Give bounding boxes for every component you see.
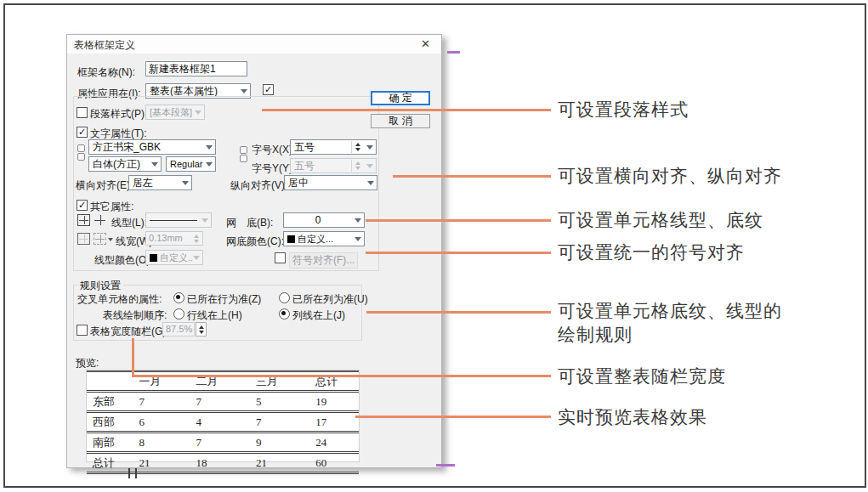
annotation-symbol-align: 可设置统一的符号对齐 xyxy=(558,240,745,264)
font-face-select[interactable]: 白体(方正) xyxy=(88,156,162,172)
shading-color-select[interactable]: 自定义... xyxy=(283,231,365,246)
link-sizes-icon[interactable] xyxy=(240,146,247,163)
chevron-down-icon xyxy=(351,232,364,246)
annotation-draw-rules: 可设置单元格底纹、线型的 绘制规则 xyxy=(558,299,782,347)
purple-frame-mark-top xyxy=(447,51,460,54)
cross-cell-col-label: 已所在列为准(U) xyxy=(292,292,368,307)
connector-line-preview xyxy=(355,416,551,418)
table-width-checkbox[interactable] xyxy=(77,325,88,336)
annotation-paragraph-style: 可设置段落样式 xyxy=(558,98,689,122)
text-attr-checkbox[interactable] xyxy=(77,127,88,138)
rules-group-label: 规则设置 xyxy=(77,279,123,293)
connector-line-alignment xyxy=(393,175,551,178)
h-align-select[interactable]: 居左 xyxy=(128,175,192,190)
chevron-down-icon xyxy=(363,140,376,154)
border-preset-icon[interactable] xyxy=(94,233,106,245)
line-type-select xyxy=(145,212,212,228)
size-y-label: 字号Y(Y): xyxy=(252,161,295,176)
preview-label: 预览: xyxy=(76,356,99,370)
draw-order-row-label: 行线在上(H) xyxy=(187,308,242,323)
chevron-down-icon xyxy=(148,157,161,171)
line-color-select: 自定义.. xyxy=(145,250,203,265)
frame-name-label: 框架名称(N): xyxy=(77,65,135,80)
other-attr-checkbox[interactable] xyxy=(77,200,88,211)
table-row: 总计 21 18 21 60 xyxy=(87,453,359,473)
v-align-label: 纵向对齐(V): xyxy=(230,178,287,193)
frame-name-input[interactable]: 新建表格框架1 xyxy=(145,61,247,76)
cross-cell-label: 交叉单元格的属性: xyxy=(77,292,162,307)
connector-line-draw-rules xyxy=(366,311,551,314)
draw-order-col-label: 列线在上(J) xyxy=(292,308,345,323)
chevron-down-icon xyxy=(198,213,211,227)
chevron-down-icon xyxy=(191,105,204,119)
draw-order-col-radio[interactable] xyxy=(279,308,290,320)
draw-order-row-radio[interactable] xyxy=(173,308,184,320)
chevron-down-icon xyxy=(202,140,215,154)
chevron-down-icon xyxy=(190,251,202,264)
background-tick-mark xyxy=(128,468,130,478)
chevron-down-icon xyxy=(363,159,376,172)
preview-table: 一月 二月 三月 总计 东部 7 7 5 19 西部 6 4 7 1 xyxy=(87,370,359,474)
dialog-title: 表格框架定义 xyxy=(74,38,135,53)
v-align-select[interactable]: 居中 xyxy=(284,175,377,190)
link-fonts-icon[interactable] xyxy=(77,144,85,161)
font-style-select[interactable]: Regular xyxy=(166,156,216,172)
para-style-label: 段落样式(P): xyxy=(90,107,147,122)
table-width-label: 表格宽度随栏(G): xyxy=(90,325,169,339)
annotation-table-width: 可设置整表随栏宽度 xyxy=(558,365,726,388)
size-x-select[interactable]: 五号 xyxy=(290,139,377,155)
size-x-label: 字号X(X): xyxy=(252,143,295,157)
size-x-spinner[interactable] xyxy=(351,141,363,153)
dialog-titlebar[interactable]: 表格框架定义 ✕ xyxy=(67,35,441,54)
size-y-select: 五号 xyxy=(290,158,377,173)
line-width-spinner: 0.13mm xyxy=(145,231,203,246)
connector-line-symbol-align xyxy=(366,252,551,254)
font-family-select[interactable]: 方正书宋_GBK xyxy=(88,139,216,155)
shading-select[interactable]: 0 xyxy=(283,212,365,228)
connector-line-table-width xyxy=(132,375,551,377)
line-type-label: 线型(L): xyxy=(111,216,147,230)
chevron-down-icon xyxy=(364,176,377,189)
line-style-preview xyxy=(150,220,197,221)
draw-order-label: 表线绘制顺序: xyxy=(103,308,167,323)
connector-line-paragraph-style xyxy=(262,109,551,111)
background-tick-mark xyxy=(135,468,137,478)
table-row: 东部 7 7 5 19 xyxy=(87,392,359,412)
chevron-down-icon xyxy=(202,157,215,171)
table-row: 西部 6 4 7 17 xyxy=(87,412,359,433)
table-width-spinner[interactable] xyxy=(196,322,207,336)
purple-frame-mark-bottom xyxy=(436,464,455,467)
other-attr-label: 其它属性: xyxy=(90,200,133,214)
cross-cell-row-label: 已所在行为准(Z) xyxy=(187,292,261,307)
table-width-input: 87.5% xyxy=(162,322,195,336)
chevron-down-icon xyxy=(179,176,191,189)
para-style-select: [基本段落] xyxy=(145,105,205,120)
close-icon[interactable]: ✕ xyxy=(421,37,430,50)
chevron-down-icon xyxy=(351,213,364,227)
annotation-cell-line-shading: 可设置单元格线型、底纹 xyxy=(558,208,763,232)
cross-cell-row-radio[interactable] xyxy=(173,292,184,303)
all-borders-icon[interactable] xyxy=(77,214,90,226)
connector-line-table-width-vertical xyxy=(132,338,134,377)
apply-to-checkbox[interactable] xyxy=(263,84,274,95)
para-style-checkbox[interactable] xyxy=(77,107,88,118)
symbol-align-checkbox[interactable] xyxy=(275,252,286,263)
size-y-spinner xyxy=(351,160,363,172)
cancel-button[interactable]: 取 消 xyxy=(371,114,430,128)
shading-color-label: 网底颜色(C): xyxy=(226,235,284,249)
border-preset-dropdown-icon[interactable] xyxy=(108,238,113,241)
annotation-alignment: 可设置横向对齐、纵向对齐 xyxy=(558,164,782,188)
inner-borders-icon[interactable] xyxy=(94,214,106,226)
symbol-align-label: 符号对齐(F)... xyxy=(289,252,358,269)
cross-cell-col-radio[interactable] xyxy=(279,292,290,303)
h-align-label: 横向对齐(E): xyxy=(76,178,133,193)
color-swatch-icon xyxy=(150,254,157,262)
table-row: 南部 8 7 9 24 xyxy=(87,433,359,453)
preview-panel: 一月 二月 三月 总计 东部 7 7 5 19 西部 6 4 7 1 xyxy=(86,370,360,462)
ok-button[interactable]: 确 定 xyxy=(371,91,430,105)
shading-label: 网 底(B): xyxy=(226,216,273,230)
annotation-preview: 实时预览表格效果 xyxy=(558,405,707,429)
line-color-label: 线型颜色(O): xyxy=(94,253,153,268)
connector-line-cell-line-shading xyxy=(366,219,551,222)
outer-border-icon[interactable] xyxy=(77,233,90,245)
